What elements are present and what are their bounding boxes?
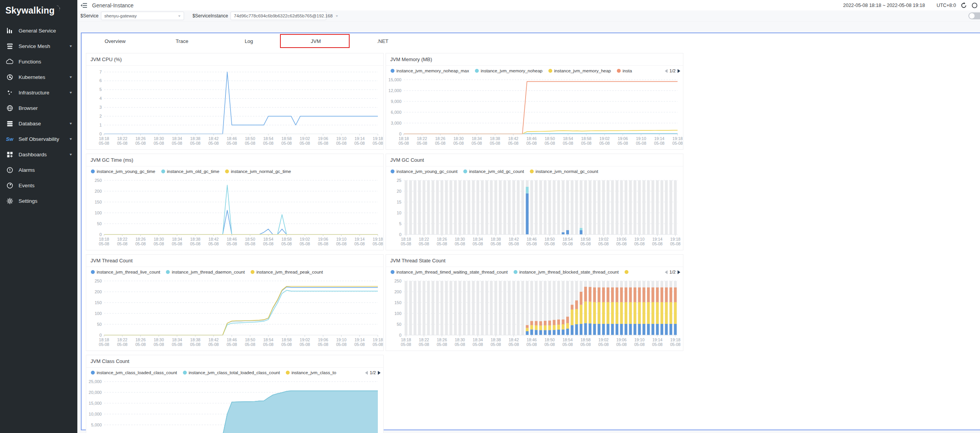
svg-text:18:38: 18:38 <box>190 237 200 241</box>
svg-text:6,000: 6,000 <box>391 110 401 115</box>
svg-text:05-08: 05-08 <box>354 342 365 347</box>
chart-canvas-jvm-gc-time[interactable]: 05010015020025018:1805-0818:2205-0818:26… <box>86 176 383 250</box>
chart-title-jvm-thread-count: JVM Thread Count <box>86 255 383 267</box>
svg-text:05-08: 05-08 <box>491 342 501 347</box>
layers-icon <box>6 43 13 50</box>
svg-text:18:42: 18:42 <box>509 237 519 241</box>
svg-text:200: 200 <box>394 289 401 294</box>
chart-card-jvm-gc-time: JVM GC Time (ms)instance_jvm_young_gc_ti… <box>86 154 384 250</box>
timezone-selector[interactable]: UTC+8:0 <box>937 3 956 8</box>
legend-item[interactable] <box>625 270 630 274</box>
legend-item[interactable]: instance_jvm_young_gc_time <box>91 169 155 174</box>
sidebar-item-database[interactable]: Database▼ <box>0 116 77 131</box>
tab-net[interactable]: .NET <box>349 38 416 44</box>
svg-text:19:18: 19:18 <box>670 337 680 342</box>
sidebar-item-service-mesh[interactable]: Service Mesh▼ <box>0 38 77 54</box>
legend-item[interactable]: instance_jvm_old_gc_count <box>463 169 524 174</box>
legend-dot-icon <box>463 169 467 173</box>
sidebar-item-self-observability[interactable]: SwSelf Observability▼ <box>0 131 77 147</box>
svg-text:18:58: 18:58 <box>580 237 591 241</box>
svg-text:18:46: 18:46 <box>527 337 537 342</box>
legend-item[interactable]: instance_jvm_class_loaded_class_count <box>91 370 177 375</box>
cloud-icon <box>6 58 13 65</box>
svg-text:0: 0 <box>99 132 102 136</box>
legend-item[interactable]: instance_jvm_memory_noheap <box>475 68 543 73</box>
legend-next-icon[interactable] <box>377 371 381 375</box>
sidebar-item-browser[interactable]: Browser <box>0 100 77 116</box>
legend-dot-icon <box>251 270 254 274</box>
toggle-knob <box>969 13 975 19</box>
legend-dot-icon <box>617 69 621 73</box>
svg-text:19:14: 19:14 <box>652 237 662 241</box>
tab-log[interactable]: Log <box>215 38 282 44</box>
legend-next-icon[interactable] <box>677 270 681 274</box>
legend-item[interactable]: instance_jvm_normal_gc_time <box>225 169 291 174</box>
svg-text:18:30: 18:30 <box>455 237 465 241</box>
chart-legend-jvm-class-count: instance_jvm_class_loaded_class_countins… <box>86 368 383 378</box>
svg-text:19:18: 19:18 <box>373 136 383 141</box>
legend-next-icon[interactable] <box>677 69 681 73</box>
svg-text:05-08: 05-08 <box>336 141 347 145</box>
svg-text:05-08: 05-08 <box>263 241 273 246</box>
legend-item[interactable]: instance_jvm_thread_live_count <box>91 270 160 274</box>
legend-item[interactable]: instance_jvm_class_total_loaded_class_co… <box>183 370 280 375</box>
dashboard-content: OverviewTraceLogJVM.NET JVM CPU (%)01234… <box>77 22 980 433</box>
chart-canvas-jvm-thread-state-count[interactable]: 05010015020025018:1805-0818:2205-0818:26… <box>386 277 683 351</box>
legend-prev-icon[interactable] <box>365 371 368 375</box>
chart-canvas-jvm-memory[interactable]: 03,0006,0009,00012,00015,00018:1805-0818… <box>386 76 683 149</box>
legend-page-indicator: 1/2 <box>370 370 376 375</box>
collapse-sidebar-icon[interactable] <box>80 3 87 8</box>
service-instance-select[interactable]: 74d96c778c694c6b9b6322c62d55b765@192.168… <box>230 12 326 20</box>
sidebar-item-infrastructure[interactable]: Infrastructure▼ <box>0 85 77 100</box>
clock-icon[interactable] <box>971 2 978 9</box>
chart-canvas-jvm-thread-count[interactable]: 05010015020025018:1805-0818:2205-0818:26… <box>86 277 383 351</box>
refresh-icon[interactable] <box>961 2 967 9</box>
svg-text:05-08: 05-08 <box>172 141 182 145</box>
svg-text:200: 200 <box>95 189 102 193</box>
chart-canvas-jvm-class-count[interactable]: 05,00010,00015,00020,00025,00018:1805-08… <box>86 378 383 433</box>
svg-text:19:18: 19:18 <box>373 337 383 342</box>
chevron-down-icon: ▼ <box>69 153 73 156</box>
tab-overview[interactable]: Overview <box>82 38 149 44</box>
svg-text:05-08: 05-08 <box>673 141 683 145</box>
alarm-icon <box>6 166 13 173</box>
legend-item[interactable]: insta <box>617 68 632 73</box>
sidebar-item-settings[interactable]: Settings <box>0 193 77 209</box>
svg-text:05-08: 05-08 <box>282 342 292 347</box>
legend-item[interactable]: instance_jvm_normal_gc_count <box>530 169 598 174</box>
tab-trace[interactable]: Trace <box>149 38 215 44</box>
legend-item[interactable]: instance_jvm_young_gc_count <box>391 169 458 174</box>
svg-text:18:30: 18:30 <box>455 337 465 342</box>
tab-jvm[interactable]: JVM <box>282 38 349 44</box>
sidebar-item-functions[interactable]: Functions <box>0 54 77 69</box>
legend-item[interactable]: instance_jvm_thread_peak_count <box>251 270 323 274</box>
chart-canvas-jvm-gc-count[interactable]: 051015202518:1805-0818:2205-0818:2605-08… <box>386 176 683 250</box>
legend-prev-icon[interactable] <box>664 69 668 73</box>
topbar: General-Instance 2022-05-08 18:18 ~ 2022… <box>77 0 980 10</box>
sidebar-item-kubernetes[interactable]: Kubernetes▼ <box>0 69 77 85</box>
svg-text:05-08: 05-08 <box>154 141 164 145</box>
legend-item[interactable]: instance_jvm_thread_timed_waiting_state_… <box>391 270 508 274</box>
time-range-picker[interactable]: 2022-05-08 18:18 ~ 2022-05-08 19:18 <box>843 3 925 8</box>
svg-text:19:02: 19:02 <box>300 337 310 342</box>
svg-text:05-08: 05-08 <box>190 241 201 246</box>
svg-text:18:50: 18:50 <box>245 337 255 342</box>
svg-text:05-08: 05-08 <box>300 141 310 145</box>
legend-prev-icon[interactable] <box>664 270 668 274</box>
svg-text:18:46: 18:46 <box>527 237 537 241</box>
legend-item[interactable]: instance_jvm_old_gc_time <box>161 169 220 174</box>
service-select[interactable]: shenyu-gateway ▼ <box>101 12 184 20</box>
sidebar-item-alarms[interactable]: Alarms <box>0 162 77 178</box>
service-instance-label: $ServiceInstance <box>193 13 228 19</box>
legend-item[interactable]: instance_jvm_class_to <box>286 370 336 375</box>
legend-item[interactable]: instance_jvm_memory_heap <box>548 68 611 73</box>
sidebar-item-events[interactable]: Events <box>0 178 77 193</box>
legend-item[interactable]: instance_jvm_memory_noheap_max <box>391 68 469 73</box>
sidebar-item-general-service[interactable]: General Service <box>0 23 77 38</box>
app-logo[interactable]: Skywalking <box>0 0 77 20</box>
edit-mode-toggle[interactable] <box>968 12 980 19</box>
chart-canvas-jvm-cpu[interactable]: 0123456718:1805-0818:2205-0818:2605-0818… <box>86 66 383 149</box>
sidebar-item-dashboards[interactable]: Dashboards▼ <box>0 147 77 162</box>
legend-item[interactable]: instance_jvm_thread_daemon_count <box>166 270 245 274</box>
legend-item[interactable]: instance_jvm_thread_blocked_state_thread… <box>514 270 619 274</box>
